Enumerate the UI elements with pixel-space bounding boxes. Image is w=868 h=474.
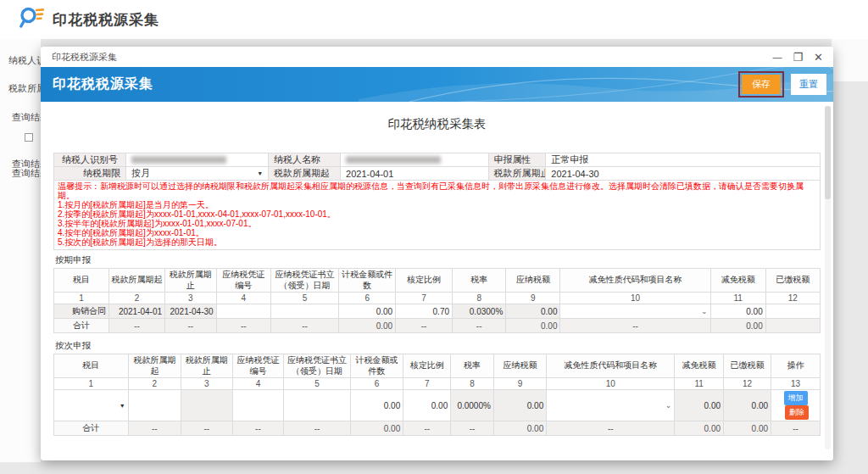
period-start-label: 税款所属期起 xyxy=(269,167,341,181)
notice-line: 2.按季的[税款所属期起]为xxxx-01-01,xxxx-04-01,xxxx… xyxy=(58,209,816,219)
col-number: 5 xyxy=(270,293,338,304)
verify-ratio-input[interactable]: 0.70 xyxy=(396,304,453,319)
modal-window-title: 印花税税源采集 xyxy=(52,51,117,64)
close-icon[interactable]: ✕ xyxy=(814,52,823,63)
period-start-input[interactable]: 2021-04-01 xyxy=(341,167,488,181)
save-button[interactable]: 保存 xyxy=(742,75,781,94)
col-header: 税款所属期止 xyxy=(165,269,217,293)
total-tax-payable: 0.00 xyxy=(493,421,546,436)
total-cell: -- xyxy=(396,319,453,333)
reduction-select[interactable]: ⌄ xyxy=(547,390,675,421)
minimize-icon[interactable]: — xyxy=(772,53,782,62)
col-number: 2 xyxy=(109,293,165,304)
per-time-data-row: ▼ 0.00 0.00 0.0000% 0.00 ⌄ 0.00 0.00 xyxy=(54,390,821,421)
col-number: 8 xyxy=(453,293,506,304)
modal-titlebar: 印花税税源采集 — ❐ ✕ xyxy=(41,47,833,67)
col-header: 应纳税凭证编号 xyxy=(216,269,270,293)
select-arrow-icon: ▼ xyxy=(120,403,125,409)
redacted-taxpayer-name xyxy=(346,156,441,164)
col-number: 12 xyxy=(724,378,771,390)
total-cell: -- xyxy=(560,319,710,333)
col-header: 减免税额 xyxy=(710,269,765,293)
save-highlight-annotation: 保存 xyxy=(738,71,784,98)
col-header: 税款所属期起 xyxy=(109,269,165,293)
background-panel-left: 纳税人识 税款所属 查询结果 查询结果 查询结果 xyxy=(0,39,41,462)
col-number: 12 xyxy=(765,293,820,304)
verify-ratio-input[interactable]: 0.00 xyxy=(403,390,451,421)
col-header: 减免税额 xyxy=(675,354,724,378)
total-cell: -- xyxy=(181,421,233,436)
section-label-periodic: 按期申报 xyxy=(53,254,821,266)
col-header: 已缴税额 xyxy=(765,269,820,293)
tax-term-value: 按月 xyxy=(131,167,150,180)
background-panel-right xyxy=(832,39,868,81)
col-number: 6 xyxy=(339,293,396,304)
total-cell: -- xyxy=(403,421,451,436)
notice-block: 温馨提示：新增税源时可以通过选择的纳税期限和税款所属期起采集相应属期的税源信息，… xyxy=(53,181,821,250)
notice-line: 3.按半年的[税款所属期起]为xxxx-01-01,xxxx-07-01。 xyxy=(58,219,816,228)
tax-payable-cell: 0.00 xyxy=(506,304,560,319)
scrollbar-thumb[interactable] xyxy=(825,106,831,199)
redacted-taxpayer-id xyxy=(131,156,226,164)
total-cell: -- xyxy=(451,421,494,436)
restore-icon[interactable]: ❐ xyxy=(793,52,803,63)
taxpayer-name-label: 纳税人名称 xyxy=(269,153,341,167)
total-label: 合计 xyxy=(54,421,129,436)
notice-line: 4.按年的[税款所属期起]为xxxx-01-01。 xyxy=(58,228,816,237)
per-time-header-row: 税目 税款所属期起 税款所属期止 应纳税凭证编号 应纳税凭证书立（领受）日期 计… xyxy=(54,354,821,378)
voucher-date-input[interactable] xyxy=(284,390,351,421)
total-tax-base: 0.00 xyxy=(339,319,396,333)
modal-body: 印花税纳税采集表 纳税人识别号 纳税人名称 申报属性 正常申报 纳税期限 xyxy=(41,102,833,436)
total-cell: -- xyxy=(547,421,675,436)
notice-line: 1.按月的[税款所属期起]是当月的第一天。 xyxy=(58,200,816,209)
col-number: 9 xyxy=(493,378,546,390)
col-number: 8 xyxy=(451,378,494,390)
total-cell: -- xyxy=(232,421,284,436)
screen: 印花税税源采集 纳税人识 税款所属 查询结果 查询结果 查询结果 印花税税源采集… xyxy=(0,0,868,474)
select-arrow-icon: ▼ xyxy=(257,170,263,176)
col-header: 应纳税凭证书立（领受）日期 xyxy=(270,269,338,293)
reduction-amount-cell: 0.00 xyxy=(675,390,724,421)
notice-line: 温馨提示：新增税源时可以通过选择的纳税期限和税款所属期起采集相应属期的税源信息，… xyxy=(58,181,816,200)
reset-button[interactable]: 重置 xyxy=(791,74,826,95)
col-number: 3 xyxy=(165,293,217,304)
total-cell: -- xyxy=(165,319,217,333)
voucher-no-input[interactable] xyxy=(216,304,270,319)
taxpayer-name-value xyxy=(341,153,488,167)
tax-base-input[interactable]: 0.00 xyxy=(339,304,396,319)
delete-row-button[interactable]: 删除 xyxy=(785,405,809,420)
tax-rate-cell: 0.0300% xyxy=(453,304,506,319)
reduction-select[interactable]: ⌄ xyxy=(560,304,710,319)
total-cell: -- xyxy=(453,319,506,333)
voucher-date-input[interactable] xyxy=(270,304,338,319)
modal-scrollbar[interactable] xyxy=(825,106,831,449)
col-header: 计税金额或件数 xyxy=(350,354,403,378)
total-paid: 0.00 xyxy=(724,421,771,436)
col-header: 减免性质代码和项目名称 xyxy=(547,354,675,378)
add-row-button[interactable]: 增加 xyxy=(784,391,808,405)
chevron-down-icon: ⌄ xyxy=(701,308,708,315)
total-cell: -- xyxy=(128,421,181,436)
page-title: 印花税税源采集 xyxy=(53,10,159,30)
voucher-no-input[interactable] xyxy=(232,390,284,421)
reduction-amount-input[interactable]: 0.00 xyxy=(710,304,765,319)
col-header: 税率 xyxy=(453,269,506,293)
period-start-input[interactable] xyxy=(128,390,181,421)
section-label-per-time: 按次申报 xyxy=(53,340,821,352)
total-cell: -- xyxy=(109,319,165,333)
col-header: 税款所属期起 xyxy=(128,354,181,378)
tax-term-select[interactable]: 按月 ▼ xyxy=(125,167,268,181)
total-cell: -- xyxy=(771,421,821,436)
total-cell: -- xyxy=(270,319,338,333)
paid-amount-input[interactable] xyxy=(765,304,820,319)
tax-item-select[interactable]: ▼ xyxy=(54,390,129,421)
tax-base-input[interactable]: 0.00 xyxy=(350,390,403,421)
col-header: 应纳税凭证书立（领受）日期 xyxy=(284,354,351,378)
col-number: 10 xyxy=(560,293,710,304)
col-number: 7 xyxy=(403,378,451,390)
background-checkbox[interactable] xyxy=(25,133,33,142)
total-label: 合计 xyxy=(54,319,109,333)
taxpayer-id-value xyxy=(125,153,268,167)
col-header: 应纳税凭证编号 xyxy=(232,354,284,378)
col-header: 税款所属期止 xyxy=(181,354,233,378)
